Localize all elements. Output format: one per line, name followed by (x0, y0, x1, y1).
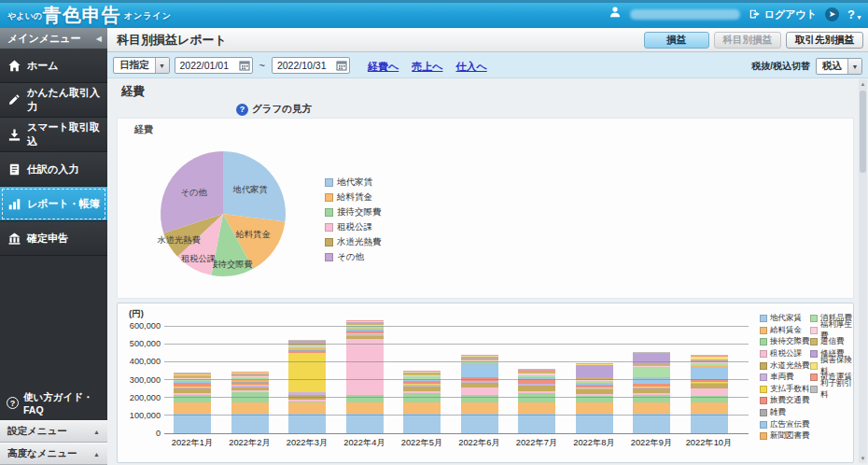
scroll-down-icon[interactable]: ▼ (861, 454, 866, 463)
date-to-input[interactable]: 2022/10/31 (272, 57, 350, 74)
sidebar-item-guide-faq[interactable]: ? 使い方ガイド・FAQ (0, 388, 107, 418)
bar-segment (346, 321, 384, 322)
logout-label: ログアウト (764, 7, 817, 21)
bar-segment (691, 363, 728, 365)
link-to-purchases[interactable]: 仕入へ (455, 61, 486, 72)
bar-legend: 地代家賃給料賃金接待交際費租税公課水道光熱費車両費支払手数料旅費交通費雑費広告宣… (760, 313, 853, 443)
bar-segment (346, 326, 384, 328)
legend-item: 租税公課 (760, 348, 810, 359)
bar-segment (288, 414, 326, 433)
pie-slice-label: 接待交際費 (209, 260, 252, 269)
sidebar-item-settings-menu[interactable]: 設定メニュー▲ (0, 420, 107, 443)
bar-segment (403, 402, 441, 414)
bar-segment (633, 352, 670, 353)
header-actions: ログアウト ➤ ?▼ (609, 0, 862, 28)
sidebar-item-label: かんたん取引入力 (27, 86, 107, 114)
scrollbar-thumb[interactable] (860, 91, 866, 173)
tax-mode-select[interactable]: 税込 ▼ (816, 58, 862, 75)
bar-segment (288, 402, 326, 414)
tab-account-profit-loss[interactable]: 科目別損益 (714, 32, 782, 49)
bar-segment (691, 414, 728, 433)
legend-swatch (325, 238, 333, 247)
bar-segment (633, 402, 670, 414)
bar-segment (346, 331, 384, 331)
vertical-scrollbar[interactable]: ▲ ▼ (859, 79, 867, 463)
section-title: 経費 (121, 84, 145, 100)
range-separator: ~ (259, 60, 265, 71)
date-from-input[interactable]: 2022/01/01 (175, 57, 253, 74)
sidebar-item-label: 確定申告 (27, 232, 68, 246)
pie-legend: 地代家賃給料賃金接待交際費租税公課水道光熱費その他 (325, 176, 382, 263)
bar-segment (403, 373, 441, 375)
sidebar-item-smart-import[interactable]: スマート取引取込 (0, 118, 107, 152)
y-axis-label: 600,000 (130, 321, 161, 331)
bar-segment (576, 388, 613, 388)
bar-segment (346, 333, 384, 334)
legend-item: 車両費 (760, 372, 810, 383)
bar-segment (518, 402, 555, 414)
legend-swatch (760, 315, 767, 322)
support-bubble-icon[interactable]: ➤ (825, 7, 839, 21)
bar-segment (174, 373, 211, 374)
bar-segment (403, 414, 441, 433)
pencil-icon (7, 92, 21, 107)
pie-chart-card: 経費 地代家賃給料賃金接待交際費租税公課水道光熱費その他 地代家賃給料賃金接待交… (117, 118, 854, 299)
bar-segment (576, 386, 613, 388)
bar-segment (403, 382, 441, 385)
bar-segment (518, 384, 555, 386)
calendar-icon[interactable] (334, 58, 349, 73)
sidebar-item-simple-entry[interactable]: かんたん取引入力 (0, 83, 107, 118)
bar-segment (231, 373, 269, 374)
sidebar-item-reports-books[interactable]: レポート・帳簿 (0, 187, 107, 221)
tab-profit-loss[interactable]: 損益 (644, 32, 709, 49)
tab-client-profit-loss[interactable]: 取引先別損益 (786, 32, 863, 49)
help-ball-icon: ? (236, 104, 248, 116)
help-menu-button[interactable]: ?▼ (847, 7, 862, 21)
bar-segment (346, 323, 384, 325)
bar-segment (174, 402, 211, 414)
bar-segment (576, 396, 613, 403)
legend-item: 広告宣伝費 (760, 419, 810, 430)
sidebar-item-home[interactable]: ホーム (0, 49, 107, 83)
bar-segment (633, 353, 670, 354)
x-axis-label: 2022年6月 (458, 438, 499, 447)
sidebar-item-advanced-menu[interactable]: 高度なメニュー▲ (0, 443, 107, 465)
sidebar-item-tax-return[interactable]: 確定申告 (0, 221, 107, 256)
bar-segment (633, 395, 670, 403)
import-icon (7, 127, 21, 142)
bar-segment (231, 376, 269, 377)
bar-segment (231, 414, 269, 433)
bar-segment (461, 388, 498, 395)
legend-swatch (760, 409, 767, 416)
bar-segment (174, 378, 211, 379)
filter-links: 経費へ売上へ仕入へ (355, 57, 487, 74)
bar-segment (633, 384, 670, 387)
bar-segment (231, 386, 269, 388)
period-type-select[interactable]: 日指定 ▼ (113, 57, 170, 74)
graph-help-link[interactable]: ? グラフの見方 (236, 103, 312, 116)
bar-chart-card: (円) 2022年1月2022年2月2022年3月2022年4月2022年5月2… (117, 303, 854, 463)
app-header: やよいの 青色申告 オンライン ログアウト ➤ ?▼ (0, 0, 868, 28)
bar-segment (288, 400, 326, 402)
bar-segment (691, 402, 728, 414)
sidebar-footer: 設定メニュー▲ 高度なメニュー▲ (0, 420, 107, 465)
logo-suffix: オンライン (124, 10, 172, 24)
scroll-up-icon[interactable]: ▲ (861, 79, 866, 89)
bar-segment (288, 342, 326, 343)
chevron-down-icon: ▼ (155, 58, 169, 73)
bar-segment (288, 348, 326, 349)
bar-segment (403, 391, 441, 393)
collapse-sidebar-button[interactable]: ◀ (96, 35, 102, 43)
link-to-expenses[interactable]: 経費へ (368, 61, 399, 72)
calendar-icon[interactable] (237, 58, 252, 73)
bar-segment (691, 383, 728, 385)
logout-button[interactable]: ログアウト (749, 7, 817, 21)
sidebar-item-journal-entry[interactable]: 仕訳の入力 (0, 152, 107, 187)
bar-segment (461, 383, 498, 388)
bar-segment (633, 366, 670, 367)
bar-segment (576, 414, 613, 433)
tax-icon (7, 231, 21, 246)
link-to-sales[interactable]: 売上へ (412, 61, 442, 72)
user-icon (609, 6, 622, 22)
bar-segment (174, 382, 211, 383)
